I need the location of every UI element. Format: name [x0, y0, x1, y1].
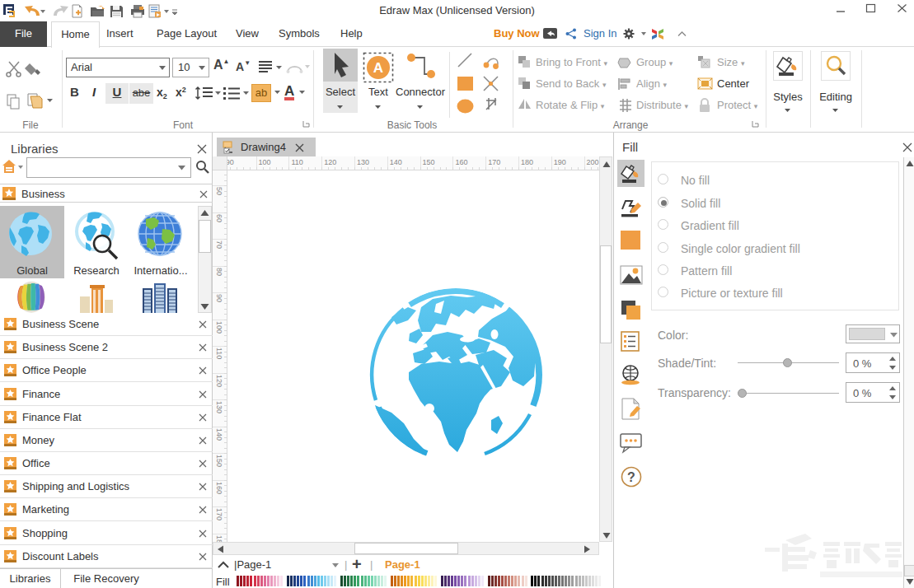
- svg-text:A: A: [373, 60, 383, 76]
- svg-text:?: ?: [627, 470, 635, 484]
